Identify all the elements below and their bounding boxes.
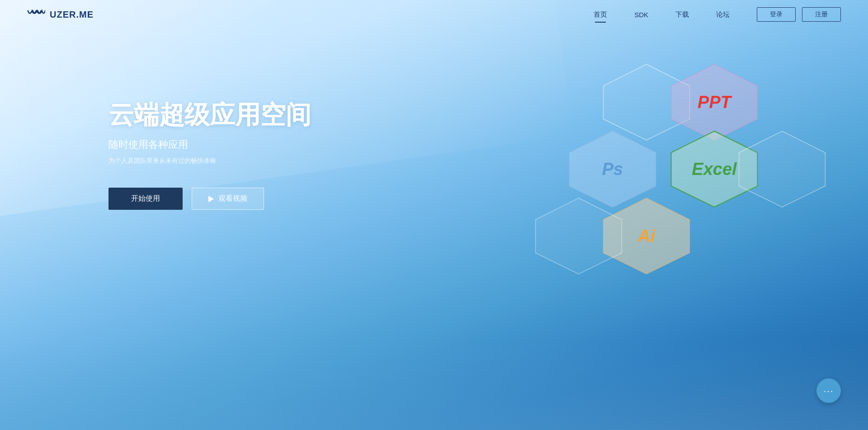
hex-ppt: PPT: [669, 63, 760, 141]
video-button[interactable]: 观看视频: [192, 188, 264, 210]
svg-marker-6: [536, 198, 622, 274]
logo-area: UZER.ME: [27, 8, 94, 21]
nav-link-sdk[interactable]: SDK: [634, 11, 648, 19]
nav-buttons: 登录 注册: [757, 7, 841, 22]
nav-link-forum[interactable]: 论坛: [716, 10, 730, 19]
navbar: UZER.ME 首页 SDK 下载 论坛 登录 注册: [0, 0, 868, 29]
hex-outline-right: [737, 130, 827, 208]
hero-title: 云端超级应用空间: [108, 99, 311, 130]
svg-marker-1: [671, 64, 758, 140]
play-icon: [208, 196, 214, 202]
chat-bubble[interactable]: ···: [816, 378, 841, 403]
hero-actions: 开始使用 观看视频: [108, 188, 311, 210]
video-button-label: 观看视频: [218, 194, 247, 203]
nav-links: 首页 SDK 下载 论坛: [594, 10, 730, 19]
nav-link-home[interactable]: 首页: [594, 10, 607, 19]
chat-icon: ···: [824, 386, 834, 396]
hero-section: UZER.ME 首页 SDK 下载 论坛 登录 注册 云端超级应用空间 随时使用…: [0, 0, 868, 430]
login-button[interactable]: 登录: [757, 7, 796, 22]
logo-text: UZER.ME: [50, 9, 94, 20]
hero-content: 云端超级应用空间 随时使用各种应用 为个人及团队带来从未有过的畅快体验 开始使用…: [108, 99, 311, 210]
hex-container: PPT Ps Excel Ai: [506, 63, 787, 344]
hex-ps: Ps: [567, 130, 658, 208]
svg-marker-4: [739, 131, 826, 207]
hex-outline-bottom: [533, 197, 624, 275]
logo-icon: [27, 8, 45, 21]
hero-subtitle: 随时使用各种应用: [108, 138, 311, 151]
svg-marker-2: [570, 131, 656, 207]
start-button[interactable]: 开始使用: [108, 188, 183, 210]
register-button[interactable]: 注册: [802, 7, 841, 22]
nav-link-download[interactable]: 下载: [675, 10, 689, 19]
hero-desc: 为个人及团队带来从未有过的畅快体验: [108, 157, 311, 165]
